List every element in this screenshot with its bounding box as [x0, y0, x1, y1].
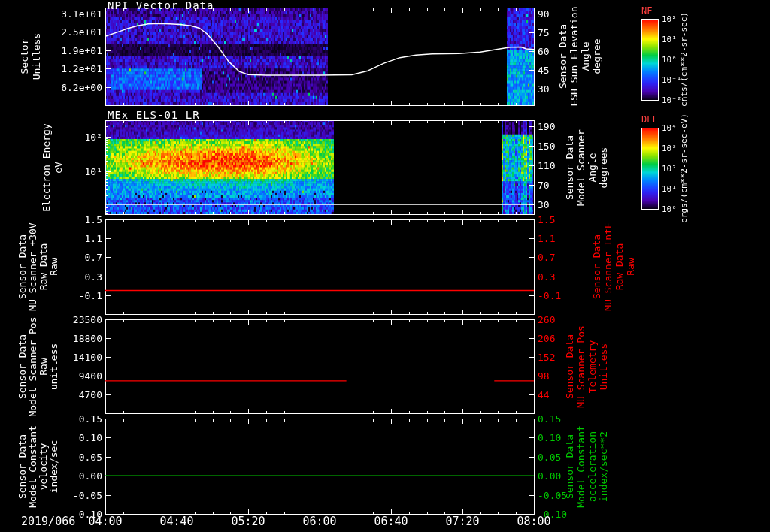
colorbar-title: DEF: [641, 115, 658, 124]
time-tick-label: 08:00: [517, 516, 550, 527]
y-tick-label-left: -0.1: [79, 290, 102, 300]
y-tick-label-right: 75: [538, 28, 550, 38]
axis-title-left: Raw Data: [38, 243, 48, 291]
y-tick-label-left: 1.5: [85, 215, 102, 225]
time-tick-label: 06:40: [374, 516, 408, 527]
y-tick-label-left: 6.2e+00: [61, 82, 102, 92]
y-tick-label-right: 60: [538, 47, 550, 56]
y-tick-label-right: -0.1: [538, 290, 561, 300]
axis-title-right: Telemetry: [587, 340, 597, 392]
colorbar-tick-label: 10²: [662, 15, 677, 23]
date-label: 2019/066: [21, 516, 75, 527]
colorbar-tick-label: 10⁻¹: [662, 76, 682, 84]
axis-title-right: MU Scanner IntF: [603, 222, 613, 310]
y-tick-label-right: 30: [538, 199, 550, 209]
axis-title-left: Sensor Data: [17, 234, 27, 299]
axis-title-right: Unitless: [599, 343, 608, 390]
axis-title-right: degrees: [599, 147, 608, 188]
axis-title-right: Model Scanner: [576, 129, 586, 206]
colorbar-tick-label: 10⁰: [662, 56, 677, 64]
colorbar-unit-def: ergs/(cm**2-sr-sec-eV): [680, 113, 688, 223]
y-tick-label-left: 23500: [73, 315, 102, 325]
time-tick-label: 07:20: [445, 516, 479, 527]
axis-title-left: Electron Energy: [41, 123, 51, 211]
axis-title-right: degree: [592, 39, 602, 74]
axis-title-left: Raw: [49, 258, 59, 275]
time-tick-label: 06:00: [302, 516, 336, 527]
axis-title-left: Model Scanner Pos: [28, 316, 38, 416]
colorbar-tick-label: 10¹: [662, 185, 677, 193]
axis-title-right: acceleration: [587, 431, 597, 502]
axis-title-left: Unitless: [32, 33, 41, 80]
axis-title-right: Sensor Data: [565, 334, 574, 398]
axis-title-left: unitless: [49, 343, 59, 390]
y-tick-label-left: 14100: [73, 352, 102, 362]
y-tick-label-right: 1.1: [538, 234, 555, 243]
y-tick-label-right: 70: [538, 180, 550, 189]
axis-title-right: Raw: [626, 258, 635, 275]
y-tick-label-left: 0.3: [85, 271, 102, 281]
axis-title-right: ESH Sun Elevation: [569, 6, 579, 106]
y-tick-label-left: 1.1: [85, 234, 102, 243]
colorbar-tick-label: 10⁰: [662, 205, 677, 213]
axis-title-left: index/sec: [49, 440, 59, 492]
panel-title-npi: NPI Vector Data: [108, 0, 214, 11]
axis-title-right: Sensor Data: [565, 135, 574, 199]
panel-title-els: MEx ELS-01 LR: [108, 110, 200, 120]
axis-title-right: MU Scanner Pos: [576, 325, 586, 408]
time-tick-label: 05:20: [231, 516, 265, 527]
axis-title-right: Sensor Data: [565, 434, 574, 498]
y-tick-label-left: 10²: [85, 131, 102, 141]
y-tick-label-left: 0.7: [85, 252, 102, 262]
figure: NPI Vector Data MEx ELS-01 LR 2019/066 c…: [0, 0, 770, 532]
axis-title-left: MU Scanner +30V: [28, 222, 38, 310]
y-tick-label-left: 0.05: [79, 452, 102, 461]
y-tick-label-right: 206: [538, 334, 555, 343]
y-tick-label-right: 44: [538, 390, 550, 400]
y-tick-label-right: 0.15: [538, 414, 561, 424]
y-tick-label-left: 0.10: [79, 433, 102, 443]
axis-title-right: Angle: [581, 41, 590, 71]
colorbar-tick-label: 10²: [662, 165, 677, 173]
y-tick-label-right: 98: [538, 371, 550, 381]
y-tick-label-right: 30: [538, 84, 550, 94]
y-tick-label-right: 0.05: [538, 452, 561, 461]
plot-canvas: [0, 0, 770, 532]
colorbar-unit-nf: cnts/(cm**2-sr-sec): [680, 12, 688, 107]
y-tick-label-left: 18800: [73, 334, 102, 343]
axis-title-left: Raw: [38, 358, 48, 375]
axis-title-right: index/sec**2: [599, 431, 608, 502]
y-tick-label-left: 9400: [79, 371, 102, 381]
y-tick-label-right: 152: [538, 352, 555, 362]
y-tick-label-left: 1.2e+01: [61, 64, 102, 74]
y-tick-label-left: 3.1e+01: [61, 8, 102, 18]
y-tick-label-right: 150: [538, 141, 555, 150]
axis-title-right: Sensor Data: [592, 234, 602, 299]
colorbar-tick-label: 10¹: [662, 35, 677, 44]
y-tick-label-left: -0.05: [73, 490, 102, 500]
y-tick-label-right: 45: [538, 65, 550, 75]
axis-title-right: Model Constant: [576, 425, 586, 508]
y-tick-label-right: 1.5: [538, 215, 555, 225]
y-tick-label-left: 0.15: [79, 414, 102, 424]
y-tick-label-left: 2.5e+01: [61, 27, 102, 37]
y-tick-label-right: 110: [538, 160, 555, 170]
colorbar-tick-label: 10³: [662, 144, 677, 153]
axis-title-left: Model Constant: [28, 425, 38, 508]
axis-title-right: Raw Data: [614, 243, 624, 291]
y-tick-label-right: 0.00: [538, 471, 561, 481]
y-tick-label-right: 190: [538, 121, 555, 131]
y-tick-label-right: 0.7: [538, 252, 555, 262]
y-tick-label-left: 4700: [79, 390, 102, 400]
y-tick-label-left: 0.00: [79, 471, 102, 481]
y-tick-label-left: 1.9e+01: [61, 45, 102, 55]
time-tick-label: 04:40: [159, 516, 193, 527]
colorbar-tick-label: 10⁻²: [662, 96, 682, 104]
axis-title-left: Sensor Data: [17, 334, 27, 398]
y-tick-label-right: 90: [538, 9, 550, 19]
axis-title-left: Sensor Data: [17, 434, 27, 498]
y-tick-label-right: 0.10: [538, 433, 561, 443]
y-tick-label-right: 0.3: [538, 271, 555, 281]
y-tick-label-left: 10¹: [85, 167, 102, 177]
colorbar-title: NF: [641, 6, 652, 15]
